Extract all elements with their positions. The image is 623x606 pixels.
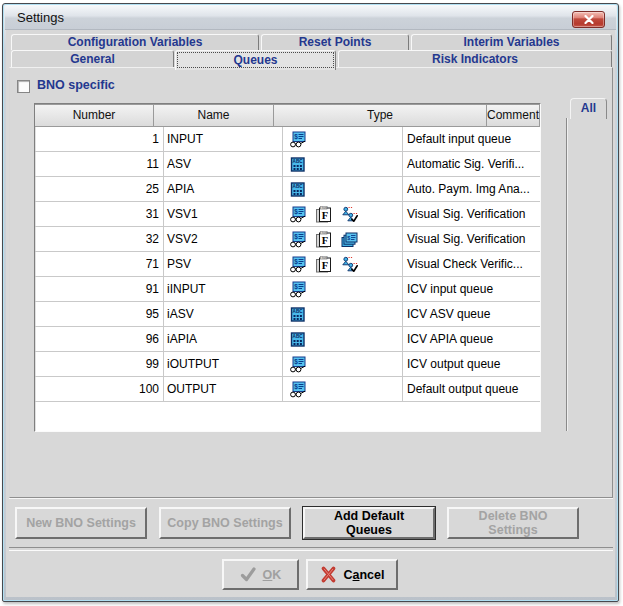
svg-text:ABC: ABC (292, 334, 303, 339)
svg-text:$: $ (294, 283, 298, 291)
cell-comment: Default input queue (403, 127, 540, 152)
svg-text:ABC: ABC (292, 309, 303, 314)
person-check-icon (340, 255, 358, 273)
cell-name: iAPIA (164, 327, 283, 352)
cell-name: PSV (164, 252, 283, 277)
title-bar[interactable]: Settings (5, 5, 616, 30)
svg-text:$: $ (294, 258, 298, 266)
cell-comment: ICV APIA queue (403, 327, 540, 352)
tab-queues[interactable]: Queues (175, 50, 336, 70)
svg-text:$: $ (294, 358, 298, 366)
f-document-icon: hundF (314, 255, 332, 273)
svg-text:F: F (321, 210, 327, 221)
cell-number: 32 (35, 227, 164, 252)
cell-name: iINPUT (164, 277, 283, 302)
table-row[interactable]: 96 iAPIA ABC ICV APIA queue (35, 327, 540, 352)
tab-interim-variables[interactable]: Interim Variables (411, 34, 612, 50)
all-tab-panel-edge (566, 118, 568, 431)
red-x-icon (320, 566, 337, 583)
cell-comment: Visual Check Verific... (403, 252, 540, 277)
cell-type: $ (283, 127, 403, 152)
table-row[interactable]: 1 INPUT $ Default input queue (35, 127, 540, 152)
cell-number: 71 (35, 252, 164, 277)
queue-monitor-icon: $ (288, 280, 306, 298)
svg-text:$: $ (347, 234, 350, 240)
settings-dialog: Settings Configuration VariablesReset Po… (2, 3, 619, 602)
cell-comment: ICV input queue (403, 277, 540, 302)
cell-type: $hundF (283, 252, 403, 277)
cell-number: 96 (35, 327, 164, 352)
table-row[interactable]: 71 PSV $hundF Visual Check Verific... (35, 252, 540, 277)
column-header[interactable]: Comment (486, 104, 540, 127)
cell-number: 91 (35, 277, 164, 302)
cell-name: VSV2 (164, 227, 283, 252)
cell-type: $ (283, 277, 403, 302)
new-bno-settings-button[interactable]: New BNO Settings (15, 507, 147, 539)
bno-specific-label: BNO specific (37, 78, 115, 92)
cell-name: iOUTPUT (164, 352, 283, 377)
abc-keypad-icon: ABC (288, 155, 306, 173)
cell-type: ABC (283, 302, 403, 327)
window-title: Settings (17, 10, 64, 25)
abc-keypad-icon: ABC (288, 180, 306, 198)
add-default-queues-button[interactable]: Add Default Queues (303, 507, 435, 539)
table-row[interactable]: 25 APIA ABC Auto. Paym. Img Ana... (35, 177, 540, 202)
svg-text:ABC: ABC (292, 159, 303, 164)
svg-text:$: $ (294, 208, 298, 216)
cell-comment: ICV output queue (403, 352, 540, 377)
tab-risk-indicators[interactable]: Risk Indicators (338, 50, 612, 68)
cell-type: ABC (283, 177, 403, 202)
svg-text:F: F (321, 260, 327, 271)
svg-text:$: $ (294, 233, 298, 241)
cell-name: ASV (164, 152, 283, 177)
close-icon (584, 15, 594, 24)
svg-text:F: F (321, 235, 327, 246)
tab-all[interactable]: All (570, 98, 607, 119)
queue-monitor-icon: $ (288, 255, 306, 273)
stacked-items-icon: $ (340, 230, 358, 248)
cell-number: 25 (35, 177, 164, 202)
tab-row-top: Configuration VariablesReset PointsInter… (3, 34, 618, 50)
tab-general[interactable]: General (11, 50, 174, 68)
cell-number: 31 (35, 202, 164, 227)
delete-bno-settings-button[interactable]: Delete BNO Settings (447, 507, 579, 539)
svg-text:$: $ (294, 133, 298, 141)
cell-name: VSV1 (164, 202, 283, 227)
cell-type: $ (283, 352, 403, 377)
column-header[interactable]: Type (273, 104, 487, 127)
ok-button[interactable]: OK (222, 559, 299, 590)
column-header[interactable]: Number (34, 104, 154, 127)
cell-number: 11 (35, 152, 164, 177)
table-row[interactable]: 11 ASV ABC Automatic Sig. Verifi... (35, 152, 540, 177)
cell-number: 1 (35, 127, 164, 152)
separator (9, 547, 613, 551)
cell-comment: Visual Sig. Verification (403, 202, 540, 227)
tab-reset-points[interactable]: Reset Points (261, 34, 409, 50)
table-row[interactable]: 91 iINPUT $ ICV input queue (35, 277, 540, 302)
table-row[interactable]: 100 OUTPUT $ Default output queue (35, 377, 540, 402)
copy-bno-settings-button[interactable]: Copy BNO Settings (159, 507, 291, 539)
person-check-icon (340, 205, 358, 223)
cell-number: 99 (35, 352, 164, 377)
cell-name: APIA (164, 177, 283, 202)
queues-table: NumberNameTypeComment 1 INPUT $ Default … (34, 103, 541, 432)
table-row[interactable]: 99 iOUTPUT $ ICV output queue (35, 352, 540, 377)
close-button[interactable] (572, 11, 605, 28)
cell-comment: ICV ASV queue (403, 302, 540, 327)
cell-comment: Auto. Paym. Img Ana... (403, 177, 540, 202)
column-header[interactable]: Name (153, 104, 274, 127)
queue-monitor-icon: $ (288, 355, 306, 373)
table-row[interactable]: 31 VSV1 $hundF Visual Sig. Verification (35, 202, 540, 227)
cell-type: $hundF (283, 202, 403, 227)
queue-monitor-icon: $ (288, 130, 306, 148)
cell-name: OUTPUT (164, 377, 283, 402)
table-row[interactable]: 95 iASV ABC ICV ASV queue (35, 302, 540, 327)
cancel-button[interactable]: Cancel (306, 559, 398, 590)
check-icon (240, 567, 256, 582)
tab-configuration-variables[interactable]: Configuration Variables (11, 34, 259, 50)
tab-row-bottom: GeneralQueuesRisk Indicators (3, 50, 618, 68)
cell-type: ABC (283, 152, 403, 177)
table-row[interactable]: 32 VSV2 $hundF$ Visual Sig. Verification (35, 227, 540, 252)
cell-comment: Visual Sig. Verification (403, 227, 540, 252)
bno-specific-checkbox[interactable] (17, 80, 30, 93)
